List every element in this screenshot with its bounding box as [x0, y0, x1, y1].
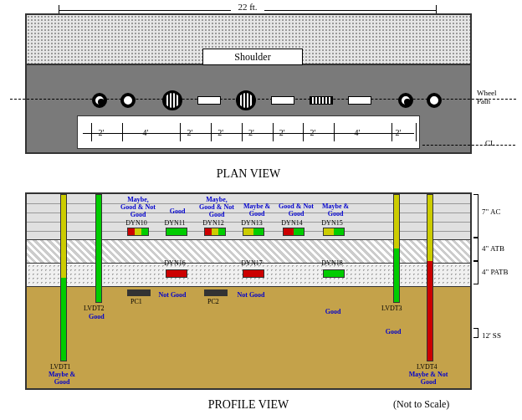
- dim-8: 2': [395, 128, 401, 137]
- dim-4: 2': [248, 128, 254, 137]
- lvdt1: [60, 194, 67, 361]
- lvdt4: [427, 194, 433, 361]
- pc2-label: PC2: [207, 298, 219, 305]
- sensor-dyn11: [166, 228, 187, 236]
- bracket-atb: [473, 238, 478, 261]
- dyn15-label: DYN15: [318, 219, 346, 227]
- cl-line: [422, 145, 515, 146]
- lvdt4-status: Maybe & Not Good: [408, 371, 448, 386]
- dim-5: 2': [279, 128, 285, 137]
- dyn17-label: DYN17: [238, 259, 266, 267]
- dyn11-label: DYN11: [161, 219, 189, 227]
- dyn14-label: DYN14: [278, 219, 306, 227]
- status-dyn10: Maybe, Good & Not Good: [119, 196, 157, 218]
- dim-7: 4': [354, 128, 360, 137]
- layer-patb-label: 4" PATB: [482, 268, 509, 276]
- lvdt1-label: LVDT1: [50, 363, 71, 371]
- dyn16-label: DYN16: [161, 259, 189, 267]
- lvdt2-label: LVDT2: [84, 305, 105, 312]
- sensor-dyn15: [323, 228, 345, 236]
- sensor-dyn14: [283, 228, 304, 236]
- sensor-dyn12: [204, 228, 226, 236]
- plan-sensor-rect-2: [271, 96, 294, 105]
- status-dyn13: Maybe & Good: [239, 202, 274, 218]
- diagram-root: 22 ft. Shoulder: [0, 0, 522, 420]
- plan-sensor-lvdt-left2: [120, 93, 136, 108]
- dim-3: 2': [218, 128, 223, 137]
- plan-width-label: 22 ft.: [231, 2, 264, 12]
- plan-view-box: Shoulder: [25, 13, 472, 154]
- plan-sensor-striped-1: [162, 90, 182, 110]
- shoulder-label: Shoulder: [202, 49, 303, 65]
- plan-sensor-striped-2: [236, 90, 256, 110]
- lvdt2-status: Good: [89, 313, 105, 320]
- layer-ss: [27, 286, 470, 388]
- layer-ac-label: 7" AC: [482, 207, 500, 216]
- dyn12-label: DYN12: [199, 219, 228, 227]
- status-dyn14: Good & Not Good: [278, 202, 315, 218]
- dim-6: 2': [310, 128, 315, 137]
- bracket-ss: [473, 328, 478, 338]
- lvdt3: [393, 194, 400, 303]
- status-dyn12: Maybe, Good & Not Good: [197, 196, 236, 218]
- plan-sensor-rect-striped-1: [310, 96, 333, 105]
- pc1-label: PC1: [130, 298, 142, 305]
- dyn13-label: DYN13: [238, 219, 266, 227]
- profile-view-box: Maybe, Good & Not Good Good Maybe, Good …: [25, 192, 472, 390]
- sensor-dyn10: [127, 228, 149, 236]
- sensor-dyn17: [243, 269, 264, 278]
- status-dyn16: Not Good: [156, 291, 189, 299]
- plan-sensor-rect-3: [348, 96, 371, 105]
- dim-2: 2': [187, 128, 193, 137]
- bracket-patb: [473, 261, 478, 284]
- plan-sensor-lvdt-right1: [398, 93, 413, 108]
- dyn10-label: DYN10: [122, 219, 151, 227]
- lvdt3-label: LVDT3: [381, 305, 402, 312]
- plan-sensor-lvdt-right2: [427, 93, 442, 108]
- sensor-dyn16: [166, 269, 187, 278]
- cl-label: CL: [485, 139, 495, 147]
- lvdt2: [95, 194, 102, 303]
- layer-ss-label: 12' SS: [482, 331, 501, 340]
- lvdt4-label: LVDT4: [417, 363, 438, 371]
- pc1-block: [127, 289, 151, 296]
- status-dyn15: Maybe & Good: [318, 202, 353, 218]
- status-dyn11: Good: [161, 207, 194, 215]
- pc2-block: [204, 289, 228, 296]
- layer-atb-label: 4" ATB: [482, 244, 504, 253]
- lvdt1-status: Maybe & Good: [44, 371, 80, 386]
- sensor-dyn13: [243, 228, 264, 236]
- plan-sensor-rect-1: [197, 96, 221, 105]
- plan-dim-row: 2' 4' 2' 2' 2' 2' 2' 4' 2': [77, 115, 420, 149]
- status-dyn17: Not Good: [234, 291, 268, 299]
- not-to-scale: (Not to Scale): [393, 398, 449, 411]
- dyn18-label: DYN18: [318, 259, 346, 267]
- dim-1: 4': [143, 128, 149, 137]
- plan-sensor-lvdt-left1: [92, 93, 107, 108]
- sensor-dyn18: [323, 269, 345, 278]
- plan-view-title: PLAN VIEW: [25, 167, 472, 181]
- bracket-ac: [473, 194, 478, 238]
- lvdt3-status: Good: [375, 328, 412, 335]
- plan-sensor-row: [27, 90, 470, 109]
- wheel-path-label: Wheel Path: [477, 89, 496, 105]
- dim-0: 2': [98, 128, 104, 137]
- status-dyn18: Good: [316, 308, 350, 315]
